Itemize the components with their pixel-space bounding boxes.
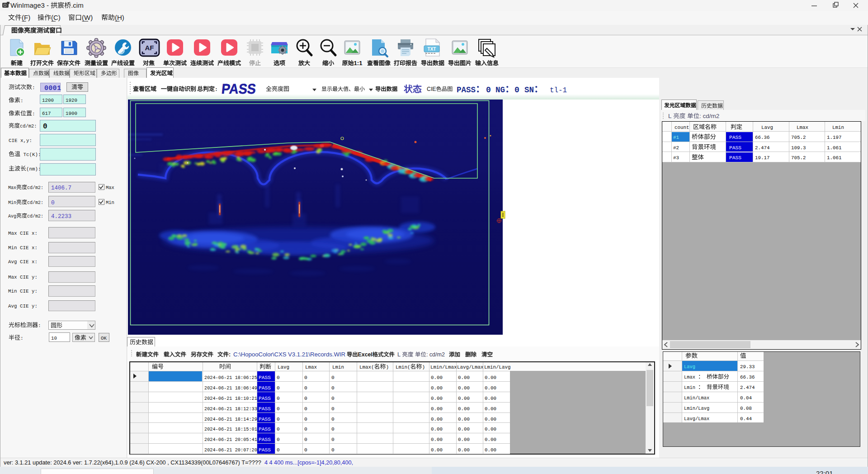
- svg-text:Lmin: Lmin: [832, 125, 844, 130]
- svg-text:1:1: 1:1: [354, 60, 363, 66]
- svg-text:PASS: PASS: [259, 447, 271, 453]
- svg-text:0: 0: [331, 417, 335, 422]
- svg-text:PASS: PASS: [259, 406, 271, 412]
- svg-text:0: 0: [304, 417, 307, 422]
- svg-text:2.474: 2.474: [740, 385, 755, 390]
- svg-text::: :: [32, 111, 35, 117]
- svg-text:4 4 400 ms...[cpos=-1]4,20,80,: 4 4 400 ms...[cpos=-1]4,20,80,400,: [264, 459, 353, 466]
- svg-text:Max: Max: [106, 185, 114, 190]
- svg-text:0: 0: [43, 123, 47, 131]
- svg-text:0.00: 0.00: [431, 427, 443, 432]
- svg-text:0: 0: [331, 427, 335, 432]
- svg-text:PASS: PASS: [729, 155, 741, 161]
- svg-text:0.00: 0.00: [485, 375, 496, 380]
- svg-text::: :: [32, 85, 35, 90]
- svg-text:Lavg/Lmax: Lavg/Lmax: [457, 365, 484, 370]
- svg-text:0.00: 0.00: [458, 447, 470, 453]
- svg-text:0.00: 0.00: [485, 437, 496, 442]
- svg-text:#1: #1: [673, 135, 679, 140]
- svg-text:1406.7: 1406.7: [51, 185, 71, 191]
- svg-text:0.00: 0.00: [431, 406, 443, 412]
- svg-text:0: 0: [51, 199, 55, 206]
- svg-text:0.00: 0.00: [431, 437, 443, 442]
- svg-text:AF: AF: [145, 44, 154, 52]
- svg-text:10: 10: [51, 336, 57, 341]
- svg-text:OK: OK: [101, 336, 107, 341]
- svg-text:(C): (C): [51, 14, 61, 21]
- svg-text:Avg CIE y:: Avg CIE y:: [8, 303, 38, 309]
- svg-text:0: 0: [514, 85, 519, 95]
- svg-text:Avg: Avg: [8, 213, 16, 219]
- svg-text:0.00: 0.00: [485, 406, 496, 412]
- svg-text:0.00: 0.00: [458, 417, 470, 422]
- svg-text:0.00: 0.00: [458, 385, 470, 391]
- svg-text:0.00: 0.00: [485, 417, 496, 422]
- svg-text:SN: SN: [524, 85, 534, 95]
- svg-text:C:\HopooColor\CXS V3.1.21\Reco: C:\HopooColor\CXS V3.1.21\Records.WIR: [233, 351, 345, 358]
- svg-text::: :: [20, 336, 24, 341]
- svg-text:PASS: PASS: [221, 81, 257, 97]
- svg-text:count: count: [675, 125, 689, 130]
- svg-text:0.44: 0.44: [740, 416, 752, 422]
- svg-text:1900: 1900: [66, 111, 77, 116]
- svg-text:0.00: 0.00: [458, 406, 470, 412]
- svg-text:19.17: 19.17: [755, 155, 770, 161]
- svg-text:1200: 1200: [42, 98, 54, 103]
- svg-text:Lmin: Lmin: [684, 385, 698, 390]
- svg-text:705.2: 705.2: [791, 135, 806, 140]
- svg-text:PASS: PASS: [259, 374, 271, 380]
- svg-text:0.00: 0.00: [431, 447, 443, 453]
- svg-text:0.00: 0.00: [431, 375, 443, 380]
- svg-text:0.00: 0.00: [458, 437, 470, 442]
- svg-text:2024-06-21 18:15:01: 2024-06-21 18:15:01: [204, 427, 257, 432]
- svg-text:0: 0: [304, 385, 307, 391]
- svg-text:cd/m2:: cd/m2:: [27, 213, 43, 219]
- svg-text:0: 0: [277, 396, 280, 401]
- svg-text:Lmin/Lavg: Lmin/Lavg: [484, 365, 511, 370]
- svg-text:0.00: 0.00: [485, 396, 496, 401]
- svg-text:(W): (W): [82, 14, 93, 21]
- svg-text:2024-06-21 20:07:20: 2024-06-21 20:07:20: [204, 447, 257, 453]
- svg-text:0: 0: [331, 437, 335, 442]
- svg-text:Max: Max: [8, 185, 16, 190]
- svg-text:0: 0: [304, 406, 307, 412]
- svg-text:0001: 0001: [44, 85, 61, 92]
- svg-text:0.00: 0.00: [485, 427, 496, 432]
- svg-text:0.00: 0.00: [458, 427, 470, 432]
- svg-text:Lavg: Lavg: [761, 125, 773, 130]
- svg-text:0: 0: [331, 406, 335, 412]
- svg-text:617: 617: [42, 111, 51, 116]
- svg-text:0: 0: [304, 396, 307, 401]
- svg-text:0: 0: [277, 385, 280, 391]
- svg-text:: cd/m2: : cd/m2: [699, 113, 719, 119]
- svg-text:Lmin: Lmin: [332, 365, 344, 370]
- svg-text:PASS: PASS: [259, 416, 271, 422]
- svg-text:0: 0: [277, 375, 280, 380]
- svg-text:0: 0: [304, 437, 307, 442]
- svg-text:2024-06-21 18:10:21: 2024-06-21 18:10:21: [204, 396, 257, 401]
- svg-text:0.00: 0.00: [458, 396, 470, 401]
- svg-text:CIE: CIE: [427, 86, 436, 92]
- svg-text:): ): [386, 365, 389, 370]
- svg-text:PASS: PASS: [457, 85, 476, 95]
- svg-text:0: 0: [277, 406, 280, 412]
- svg-text:L: L: [397, 351, 402, 358]
- svg-text:Excel: Excel: [358, 351, 373, 358]
- svg-text:Lavg/Lmax: Lavg/Lmax: [684, 416, 709, 422]
- svg-text:Min: Min: [8, 200, 16, 205]
- svg-text:Lmax(: Lmax(: [359, 365, 374, 370]
- svg-text:2024-06-21 18:06:25: 2024-06-21 18:06:25: [204, 375, 257, 380]
- svg-text:Lmax: Lmax: [797, 125, 808, 130]
- svg-text:Min: Min: [106, 200, 114, 205]
- svg-text:tl-1: tl-1: [550, 86, 567, 95]
- svg-text:66.36: 66.36: [755, 135, 770, 140]
- svg-text::: :: [229, 351, 231, 358]
- svg-text:PASS: PASS: [259, 436, 271, 442]
- svg-text:1.197: 1.197: [827, 135, 842, 140]
- svg-text:Tc(K):: Tc(K):: [20, 152, 41, 157]
- svg-text:(F): (F): [22, 14, 30, 21]
- svg-text:): ): [422, 365, 425, 370]
- svg-text:cd/m2:: cd/m2:: [20, 123, 37, 129]
- svg-text:0: 0: [486, 85, 491, 95]
- svg-text:2.474: 2.474: [755, 145, 770, 151]
